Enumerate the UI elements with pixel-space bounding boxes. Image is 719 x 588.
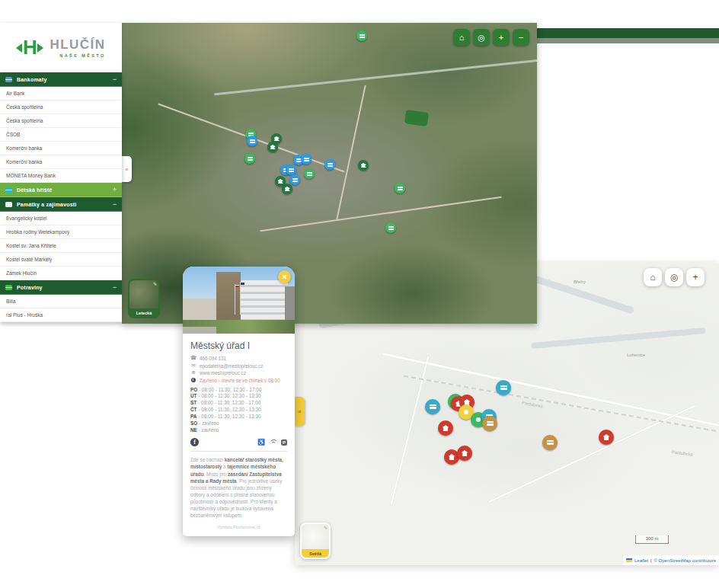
map-marker[interactable] — [301, 154, 312, 165]
sidebar-item[interactable]: ral Plus - Hruška — [0, 308, 122, 322]
contact-row: ⊕www.mestoprelouc.cz — [190, 370, 287, 375]
map-marker[interactable] — [599, 430, 614, 445]
map-marker[interactable] — [358, 160, 369, 171]
map-marker[interactable] — [247, 136, 257, 146]
card-icon — [500, 385, 507, 390]
map-marker[interactable] — [304, 168, 315, 179]
sidebar-collapse-tab[interactable]: « — [122, 156, 132, 182]
ukraine-flag-icon — [626, 558, 632, 562]
screenshot-canvas: BřehyLohenicePardubickáPardubická ⌂◎+ « … — [0, 0, 719, 588]
facebook-icon[interactable]: f — [190, 438, 199, 446]
sidebar-section-header[interactable]: Dětská hřiště+ — [0, 183, 122, 197]
map-marker[interactable] — [244, 153, 255, 164]
map-marker[interactable] — [286, 165, 296, 175]
zoom-out-button[interactable]: − — [513, 29, 529, 46]
flag-pole — [240, 282, 241, 315]
photo-building-left — [183, 299, 216, 320]
hours-row: NE - zavřeno — [190, 427, 287, 434]
popup-contacts: ☎466 094 131✉epodatelna@mestoprelouc.cz⊕… — [190, 356, 287, 383]
popup-footer: Vyrobilo Prozkoumej.cz — [190, 525, 287, 529]
zoom-in-button[interactable]: + — [686, 268, 705, 286]
stadium-field — [404, 110, 429, 126]
map-marker[interactable] — [289, 174, 300, 185]
contact-text[interactable]: www.mestoprelouc.cz — [200, 370, 246, 375]
place-label: Lohenice — [627, 353, 645, 357]
home-button[interactable]: ⌂ — [453, 29, 470, 46]
sidebar-item[interactable]: Kostel sv. Jana Křtitele — [0, 239, 122, 253]
sidebar-item[interactable]: Česká spořitelna — [0, 114, 122, 128]
card-icon — [250, 139, 255, 143]
poi-popup: ✕ Městský úřad I ☎466 094 131✉epodatelna… — [183, 267, 295, 536]
playground-icon — [5, 187, 12, 193]
map-marker[interactable] — [457, 446, 472, 461]
map-marker[interactable] — [282, 184, 292, 194]
sidebar-item[interactable]: Kostel svaté Markéty — [0, 253, 122, 267]
contact-row: ☎466 094 131 — [190, 356, 287, 361]
house-icon — [603, 434, 610, 440]
close-button[interactable]: ✕ — [278, 270, 291, 283]
home-button[interactable]: ⌂ — [644, 268, 662, 286]
wifi-icon — [269, 439, 277, 446]
card-icon — [248, 157, 253, 161]
sidebar-section-header[interactable]: Potraviny− — [0, 280, 122, 295]
sidebar-item[interactable]: MONETA Money Bank — [0, 169, 122, 183]
sidebar-item[interactable]: Komerční banka — [0, 142, 122, 155]
locate-button[interactable]: ◎ — [665, 268, 683, 286]
atm-card-icon — [5, 77, 12, 82]
map-attribution: Leaflet | © OpenStreetMap contributors — [623, 555, 719, 565]
map-marker[interactable] — [267, 142, 278, 152]
sidebar-section-header[interactable]: Památky a zajímavosti− — [0, 197, 122, 212]
street-controls: ⌂◎+ — [644, 268, 705, 286]
section-toggle-icon[interactable]: + — [113, 186, 117, 193]
leaflet-link[interactable]: Leaflet — [634, 558, 648, 563]
photo-street — [183, 327, 216, 334]
sidebar-section-header[interactable]: Bankomaty− — [0, 72, 122, 87]
map-marker[interactable] — [438, 420, 453, 436]
road-label: Pardubická — [672, 449, 693, 456]
road — [260, 197, 501, 232]
hours-day: ÚT — [190, 393, 197, 398]
section-toggle-icon[interactable]: − — [113, 283, 117, 291]
map-marker[interactable] — [482, 416, 497, 431]
contact-row: Zavřeno - otevře se ve čtvrtek v 08:00 — [190, 378, 287, 383]
hours-row: PA - 08:00 - 11:30, 12:30 - 13:30 — [190, 414, 287, 420]
card-icon — [388, 226, 394, 230]
sidebar-item[interactable]: Hrobka rodiny Wetekampovy — [0, 225, 122, 239]
map-marker[interactable] — [356, 30, 367, 41]
section-toggle-icon[interactable]: − — [113, 75, 117, 83]
sidebar-item[interactable]: Česká spořitelna — [0, 101, 122, 114]
layer-switcher-light[interactable]: ✎ Světlá — [300, 522, 331, 559]
locate-button[interactable]: ◎ — [473, 29, 490, 46]
road — [488, 405, 696, 503]
attribution-separator: | — [650, 558, 652, 563]
amenity-group: ♿P — [257, 439, 287, 446]
clock-icon — [191, 378, 196, 382]
sidebar-item[interactable]: Evangelický kostel — [0, 212, 122, 225]
sidebar-item[interactable]: Zámek Hlučín — [0, 267, 122, 280]
panel-collapse-tab[interactable]: « — [295, 397, 305, 426]
sidebar-item[interactable]: Komerční banka — [0, 155, 122, 169]
eu-flag-icon — [241, 283, 244, 285]
sidebar-item[interactable]: Billa — [0, 295, 122, 308]
layer-switcher-satellite[interactable]: ✎ Letecká — [128, 279, 160, 318]
map-marker[interactable] — [425, 399, 440, 414]
map-marker[interactable] — [395, 183, 405, 193]
sidebar-item[interactable]: ČSOB — [0, 128, 122, 142]
photo-building-main — [241, 280, 288, 322]
map-marker[interactable] — [324, 159, 335, 170]
section-toggle-icon[interactable]: − — [113, 200, 117, 208]
back-window-subheader — [535, 38, 719, 43]
hours-row: ČT - 08:00 - 11:30, 12:30 - 13:30 — [190, 407, 287, 414]
photo-building-right — [285, 286, 295, 324]
road — [382, 353, 719, 431]
hours-day: NE — [190, 427, 197, 433]
zoom-in-button[interactable]: + — [493, 29, 510, 46]
map-marker[interactable] — [496, 380, 511, 395]
osm-link[interactable]: © OpenStreetMap contributors — [654, 558, 716, 563]
map-marker[interactable] — [385, 222, 396, 233]
hours-day: ČT — [190, 407, 197, 412]
sidebar-item[interactable]: Air Bank — [0, 87, 122, 101]
popup-content: Městský úřad I ☎466 094 131✉epodatelna@m… — [183, 334, 295, 529]
hours-value: zavřeno — [202, 420, 219, 426]
map-marker[interactable] — [542, 435, 558, 450]
